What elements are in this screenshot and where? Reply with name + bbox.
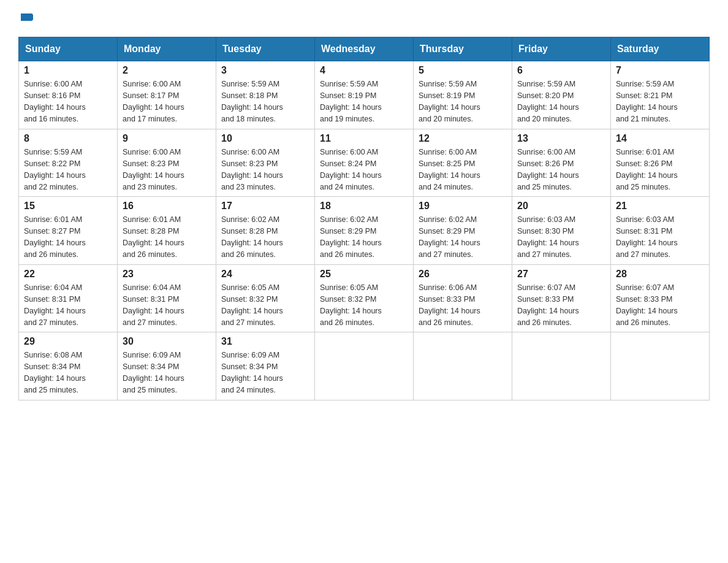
calendar-week-row: 15 Sunrise: 6:01 AMSunset: 8:27 PMDaylig…	[19, 197, 710, 265]
day-info: Sunrise: 5:59 AMSunset: 8:20 PMDaylight:…	[517, 80, 579, 123]
calendar-day-cell: 15 Sunrise: 6:01 AMSunset: 8:27 PMDaylig…	[19, 197, 118, 265]
day-number: 3	[221, 65, 309, 76]
day-info: Sunrise: 5:59 AMSunset: 8:22 PMDaylight:…	[24, 148, 86, 191]
calendar-day-cell: 12 Sunrise: 6:00 AMSunset: 8:25 PMDaylig…	[414, 129, 512, 197]
day-info: Sunrise: 6:09 AMSunset: 8:34 PMDaylight:…	[221, 351, 283, 394]
day-number: 25	[320, 269, 408, 280]
calendar-day-cell: 30 Sunrise: 6:09 AMSunset: 8:34 PMDaylig…	[118, 332, 216, 400]
day-number: 14	[616, 133, 704, 144]
calendar-day-cell: 16 Sunrise: 6:01 AMSunset: 8:28 PMDaylig…	[118, 197, 216, 265]
day-number: 4	[320, 65, 408, 76]
calendar-week-row: 1 Sunrise: 6:00 AMSunset: 8:16 PMDayligh…	[19, 61, 710, 129]
calendar-day-cell: 25 Sunrise: 6:05 AMSunset: 8:32 PMDaylig…	[315, 264, 414, 332]
svg-marker-0	[21, 13, 32, 21]
day-number: 26	[419, 269, 507, 280]
calendar-day-cell: 6 Sunrise: 5:59 AMSunset: 8:20 PMDayligh…	[512, 61, 611, 129]
day-info: Sunrise: 6:00 AMSunset: 8:16 PMDaylight:…	[24, 80, 86, 123]
day-number: 16	[123, 201, 211, 212]
logo-flag-icon	[20, 12, 33, 26]
calendar-day-cell: 2 Sunrise: 6:00 AMSunset: 8:17 PMDayligh…	[118, 61, 216, 129]
calendar-day-cell: 18 Sunrise: 6:02 AMSunset: 8:29 PMDaylig…	[315, 197, 414, 265]
day-info: Sunrise: 6:04 AMSunset: 8:31 PMDaylight:…	[24, 283, 86, 327]
day-info: Sunrise: 6:01 AMSunset: 8:26 PMDaylight:…	[616, 148, 678, 191]
calendar-day-cell: 5 Sunrise: 5:59 AMSunset: 8:19 PMDayligh…	[414, 61, 512, 129]
calendar-day-cell: 9 Sunrise: 6:00 AMSunset: 8:23 PMDayligh…	[118, 129, 216, 197]
day-number: 31	[221, 336, 309, 347]
calendar-day-cell: 31 Sunrise: 6:09 AMSunset: 8:34 PMDaylig…	[216, 332, 315, 400]
day-info: Sunrise: 6:08 AMSunset: 8:34 PMDaylight:…	[24, 351, 86, 394]
day-number: 15	[24, 201, 112, 212]
calendar-day-cell: 22 Sunrise: 6:04 AMSunset: 8:31 PMDaylig…	[19, 264, 118, 332]
day-number: 10	[221, 133, 309, 144]
calendar-day-cell: 13 Sunrise: 6:00 AMSunset: 8:26 PMDaylig…	[512, 129, 611, 197]
day-info: Sunrise: 6:00 AMSunset: 8:23 PMDaylight:…	[123, 148, 184, 191]
day-info: Sunrise: 6:05 AMSunset: 8:32 PMDaylight:…	[320, 283, 382, 327]
day-number: 2	[123, 65, 211, 76]
day-info: Sunrise: 6:02 AMSunset: 8:29 PMDaylight:…	[320, 215, 382, 259]
day-number: 28	[616, 269, 704, 280]
day-info: Sunrise: 6:00 AMSunset: 8:25 PMDaylight:…	[419, 148, 480, 191]
calendar-day-cell: 29 Sunrise: 6:08 AMSunset: 8:34 PMDaylig…	[19, 332, 118, 400]
calendar-day-cell: 7 Sunrise: 5:59 AMSunset: 8:21 PMDayligh…	[611, 61, 710, 129]
day-info: Sunrise: 6:03 AMSunset: 8:30 PMDaylight:…	[517, 215, 579, 259]
calendar-day-cell: 20 Sunrise: 6:03 AMSunset: 8:30 PMDaylig…	[512, 197, 611, 265]
calendar-day-cell: 27 Sunrise: 6:07 AMSunset: 8:33 PMDaylig…	[512, 264, 611, 332]
calendar-day-cell: 14 Sunrise: 6:01 AMSunset: 8:26 PMDaylig…	[611, 129, 710, 197]
calendar-day-cell: 26 Sunrise: 6:06 AMSunset: 8:33 PMDaylig…	[414, 264, 512, 332]
calendar-day-cell: 1 Sunrise: 6:00 AMSunset: 8:16 PMDayligh…	[19, 61, 118, 129]
calendar-day-cell	[512, 332, 611, 400]
weekday-header-saturday: Saturday	[611, 37, 710, 61]
day-info: Sunrise: 6:09 AMSunset: 8:34 PMDaylight:…	[123, 351, 184, 394]
day-info: Sunrise: 5:59 AMSunset: 8:18 PMDaylight:…	[221, 80, 283, 123]
day-number: 1	[24, 65, 112, 76]
day-number: 27	[517, 269, 605, 280]
day-number: 18	[320, 201, 408, 212]
day-number: 12	[419, 133, 507, 144]
calendar-week-row: 29 Sunrise: 6:08 AMSunset: 8:34 PMDaylig…	[19, 332, 710, 400]
calendar-day-cell: 10 Sunrise: 6:00 AMSunset: 8:23 PMDaylig…	[216, 129, 315, 197]
weekday-header-wednesday: Wednesday	[315, 37, 414, 61]
calendar-day-cell: 24 Sunrise: 6:05 AMSunset: 8:32 PMDaylig…	[216, 264, 315, 332]
day-number: 5	[419, 65, 507, 76]
weekday-header-row: SundayMondayTuesdayWednesdayThursdayFrid…	[19, 37, 710, 61]
day-info: Sunrise: 6:03 AMSunset: 8:31 PMDaylight:…	[616, 215, 678, 259]
day-info: Sunrise: 6:05 AMSunset: 8:32 PMDaylight:…	[221, 283, 283, 327]
day-number: 8	[24, 133, 112, 144]
day-number: 24	[221, 269, 309, 280]
calendar-week-row: 22 Sunrise: 6:04 AMSunset: 8:31 PMDaylig…	[19, 264, 710, 332]
day-number: 13	[517, 133, 605, 144]
calendar-day-cell: 17 Sunrise: 6:02 AMSunset: 8:28 PMDaylig…	[216, 197, 315, 265]
calendar-table: SundayMondayTuesdayWednesdayThursdayFrid…	[18, 37, 710, 400]
day-number: 21	[616, 201, 704, 212]
day-info: Sunrise: 6:00 AMSunset: 8:23 PMDaylight:…	[221, 148, 283, 191]
calendar-day-cell: 4 Sunrise: 5:59 AMSunset: 8:19 PMDayligh…	[315, 61, 414, 129]
calendar-day-cell: 3 Sunrise: 5:59 AMSunset: 8:18 PMDayligh…	[216, 61, 315, 129]
day-info: Sunrise: 5:59 AMSunset: 8:19 PMDaylight:…	[320, 80, 382, 123]
day-info: Sunrise: 6:06 AMSunset: 8:33 PMDaylight:…	[419, 283, 480, 327]
calendar-week-row: 8 Sunrise: 5:59 AMSunset: 8:22 PMDayligh…	[19, 129, 710, 197]
calendar-day-cell: 19 Sunrise: 6:02 AMSunset: 8:29 PMDaylig…	[414, 197, 512, 265]
day-info: Sunrise: 6:00 AMSunset: 8:26 PMDaylight:…	[517, 148, 579, 191]
day-number: 6	[517, 65, 605, 76]
calendar-day-cell: 11 Sunrise: 6:00 AMSunset: 8:24 PMDaylig…	[315, 129, 414, 197]
day-number: 11	[320, 133, 408, 144]
day-number: 30	[123, 336, 211, 347]
calendar-day-cell: 23 Sunrise: 6:04 AMSunset: 8:31 PMDaylig…	[118, 264, 216, 332]
day-info: Sunrise: 6:00 AMSunset: 8:24 PMDaylight:…	[320, 148, 382, 191]
day-info: Sunrise: 6:01 AMSunset: 8:28 PMDaylight:…	[123, 215, 184, 259]
day-number: 20	[517, 201, 605, 212]
page-header	[18, 12, 710, 26]
calendar-day-cell: 28 Sunrise: 6:07 AMSunset: 8:33 PMDaylig…	[611, 264, 710, 332]
day-info: Sunrise: 6:01 AMSunset: 8:27 PMDaylight:…	[24, 215, 86, 259]
day-info: Sunrise: 6:07 AMSunset: 8:33 PMDaylight:…	[616, 283, 678, 327]
day-info: Sunrise: 6:02 AMSunset: 8:29 PMDaylight:…	[419, 215, 480, 259]
weekday-header-sunday: Sunday	[19, 37, 118, 61]
calendar-day-cell	[414, 332, 512, 400]
day-number: 7	[616, 65, 704, 76]
day-info: Sunrise: 6:07 AMSunset: 8:33 PMDaylight:…	[517, 283, 579, 327]
day-number: 19	[419, 201, 507, 212]
weekday-header-monday: Monday	[118, 37, 216, 61]
day-info: Sunrise: 6:04 AMSunset: 8:31 PMDaylight:…	[123, 283, 184, 327]
weekday-header-tuesday: Tuesday	[216, 37, 315, 61]
day-number: 23	[123, 269, 211, 280]
